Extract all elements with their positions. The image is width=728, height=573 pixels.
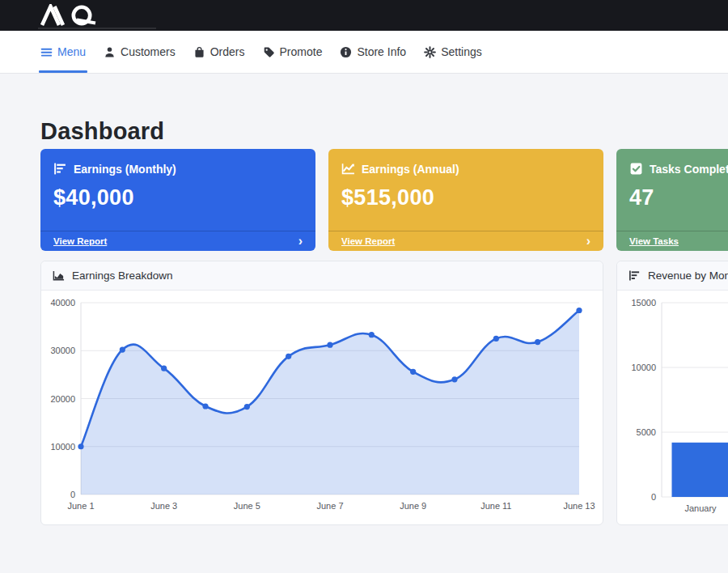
- earnings-breakdown-chart[interactable]: 010000200003000040000June 1June 3June 5J…: [41, 291, 603, 524]
- card-body: Earnings (Monthly) $40,000: [40, 149, 315, 231]
- svg-text:20000: 20000: [50, 394, 75, 404]
- stat-cards-row: Earnings (Monthly) $40,000 View Report ›…: [40, 149, 728, 251]
- app-logo[interactable]: [39, 4, 107, 30]
- card-title: Tasks Completed: [650, 163, 728, 176]
- nav-item-label: Promote: [280, 45, 323, 58]
- card-title-row: Tasks Completed: [629, 162, 728, 176]
- charts-row: Earnings Breakdown 010000200003000040000…: [40, 261, 728, 525]
- nav-item-label: Orders: [210, 45, 245, 58]
- nav-item-customers[interactable]: Customers: [104, 31, 176, 73]
- revenue-by-month-panel: Revenue by Month 050001000015000January: [616, 261, 728, 525]
- nav-item-label: Store Info: [357, 45, 406, 58]
- nav-item-orders[interactable]: Orders: [193, 31, 245, 73]
- card-earnings-monthly: Earnings (Monthly) $40,000 View Report ›: [40, 149, 315, 251]
- card-body: Earnings (Annual) $515,000: [328, 149, 603, 231]
- svg-text:0: 0: [651, 492, 656, 502]
- svg-text:June 5: June 5: [234, 501, 260, 511]
- view-report-button[interactable]: View Report ›: [328, 231, 603, 251]
- top-app-bar: [0, 0, 728, 31]
- gear-icon: [424, 46, 436, 58]
- card-title-row: Earnings (Annual): [341, 162, 590, 176]
- chevron-right-icon: ›: [586, 235, 590, 248]
- shopping-bag-icon: [193, 46, 205, 58]
- tag-icon: [263, 46, 275, 58]
- app-logo-icon: [39, 4, 107, 27]
- card-title-row: Earnings (Monthly): [53, 162, 303, 176]
- svg-text:June 13: June 13: [563, 501, 595, 511]
- svg-text:0: 0: [70, 490, 75, 499]
- panel-header: Revenue by Month: [617, 261, 728, 291]
- svg-text:30000: 30000: [50, 346, 75, 355]
- nav-item-label: Settings: [441, 45, 482, 58]
- svg-text:40000: 40000: [50, 298, 75, 308]
- nav-item-store-info[interactable]: Store Info: [340, 31, 406, 73]
- card-earnings-annual: Earnings (Annual) $515,000 View Report ›: [328, 149, 603, 251]
- person-icon: [104, 46, 116, 58]
- card-body: Tasks Completed 47: [616, 149, 728, 231]
- card-value: $515,000: [341, 185, 590, 210]
- panel-header: Earnings Breakdown: [41, 261, 603, 291]
- view-tasks-button[interactable]: View Tasks ›: [616, 231, 728, 251]
- area-chart-icon: [53, 270, 65, 282]
- panel-title: Earnings Breakdown: [72, 270, 173, 282]
- line-chart-icon: [341, 162, 355, 176]
- panel-body: 010000200003000040000June 1June 3June 5J…: [41, 291, 603, 524]
- panel-body: 050001000015000January: [617, 291, 728, 524]
- main-navbar: Menu Customers Orders Promote Store Info: [0, 31, 728, 74]
- panel-title: Revenue by Month: [648, 270, 728, 282]
- svg-text:January: January: [684, 503, 717, 513]
- revenue-by-month-chart[interactable]: 050001000015000January: [617, 291, 728, 524]
- page-title: Dashboard: [40, 118, 164, 144]
- card-link-label[interactable]: View Report: [341, 236, 395, 246]
- svg-text:5000: 5000: [637, 427, 656, 437]
- bar-chart-icon: [53, 162, 67, 176]
- nav-item-label: Menu: [57, 45, 86, 58]
- svg-text:June 9: June 9: [400, 501, 426, 511]
- logo-underline: [38, 28, 156, 29]
- card-value: 47: [629, 185, 728, 210]
- svg-text:June 1: June 1: [67, 501, 94, 511]
- earnings-breakdown-panel: Earnings Breakdown 010000200003000040000…: [40, 261, 603, 525]
- card-link-label[interactable]: View Tasks: [629, 236, 679, 246]
- svg-text:June 11: June 11: [480, 501, 511, 511]
- nav-item-settings[interactable]: Settings: [424, 31, 482, 73]
- svg-text:June 3: June 3: [150, 501, 177, 511]
- info-circle-icon: [340, 46, 352, 58]
- bar-chart-icon: [629, 270, 641, 282]
- card-tasks-completed: Tasks Completed 47 View Tasks ›: [616, 149, 728, 251]
- hamburger-icon: [40, 46, 53, 58]
- card-link-label[interactable]: View Report: [53, 236, 107, 246]
- card-title: Earnings (Monthly): [74, 163, 176, 176]
- card-title: Earnings (Annual): [362, 163, 459, 176]
- svg-text:10000: 10000: [631, 363, 656, 372]
- nav-item-label: Customers: [121, 45, 176, 58]
- nav-item-menu[interactable]: Menu: [40, 31, 86, 73]
- chevron-right-icon: ›: [298, 235, 303, 248]
- svg-text:10000: 10000: [50, 442, 75, 452]
- card-value: $40,000: [53, 185, 303, 210]
- svg-text:15000: 15000: [631, 298, 656, 308]
- view-report-button[interactable]: View Report ›: [40, 231, 315, 251]
- check-square-icon: [629, 162, 643, 176]
- svg-text:June 7: June 7: [316, 501, 343, 511]
- nav-item-promote[interactable]: Promote: [263, 31, 323, 73]
